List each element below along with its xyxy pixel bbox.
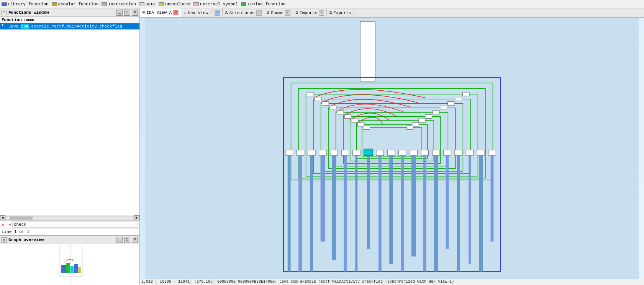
- legend-label-instruction: Instruction: [108, 2, 136, 7]
- svg-rect-2: [61, 265, 66, 273]
- svg-rect-26: [344, 115, 351, 119]
- functions-window: f Functions window _ □ × Function name f…: [0, 8, 139, 235]
- legend-label-external: External symbol: [200, 2, 238, 7]
- tab-icon-exports: ≡: [329, 10, 332, 16]
- svg-rect-4: [70, 266, 74, 273]
- svg-rect-31: [455, 97, 462, 101]
- legend-lumina-function: Lumina function: [241, 2, 285, 7]
- main-layout: f Functions window _ □ × Function name f…: [0, 8, 644, 285]
- legend-instruction: Instruction: [102, 2, 136, 7]
- function-list[interactable]: f Java_com_example_rectf_MainActivity_ch…: [0, 23, 139, 215]
- tab-ida-view-a[interactable]: ≡ IDA View-A ×: [140, 8, 181, 17]
- legend-data: Data: [139, 2, 156, 7]
- legend-external-symbol: External symbol: [193, 2, 238, 7]
- tab-label-ida: IDA View-A: [146, 10, 172, 15]
- legend-label-unexplored: Unexplored: [165, 2, 190, 7]
- svg-rect-21: [307, 92, 314, 96]
- search-input[interactable]: [12, 221, 138, 228]
- scroll-track[interactable]: [5, 216, 134, 220]
- legend-label-data: Data: [146, 2, 156, 7]
- scroll-right-btn[interactable]: ►: [134, 215, 139, 221]
- svg-rect-44: [341, 150, 349, 155]
- tab-imports[interactable]: ≡ Imports ×: [293, 8, 327, 17]
- tab-label-imports: Imports: [300, 11, 317, 15]
- horizontal-scrollbar[interactable]: ◄ ►: [0, 215, 139, 220]
- tab-bar: ≡ IDA View-A × ○ Hex View-1 × A Structur…: [140, 8, 644, 18]
- search-prev-btn[interactable]: ◄: [8, 223, 11, 227]
- legend-library-function: Library function: [2, 2, 49, 7]
- graph-overview-canvas: [0, 244, 139, 285]
- svg-rect-50: [410, 150, 418, 155]
- svg-rect-24: [329, 106, 336, 110]
- legend-color-regular: [52, 2, 57, 6]
- graph-overview-restore[interactable]: □: [124, 237, 130, 243]
- function-icon: f: [2, 24, 7, 29]
- function-row[interactable]: f Java_com_example_rectf_MainActivity_ch…: [0, 23, 139, 29]
- svg-rect-35: [425, 115, 432, 119]
- svg-rect-51: [421, 150, 429, 155]
- svg-rect-47: [376, 150, 384, 155]
- legend-unexplored: Unexplored: [159, 2, 190, 7]
- tab-close-imports[interactable]: ×: [319, 10, 324, 16]
- svg-rect-33: [440, 106, 447, 110]
- tab-close-structures[interactable]: ×: [256, 10, 262, 16]
- svg-rect-6: [78, 267, 81, 273]
- tab-label-hex: Hex View-1: [188, 11, 213, 15]
- tab-label-exports: Exports: [334, 11, 351, 15]
- legend-color-lumina: [241, 2, 246, 6]
- svg-rect-27: [351, 119, 358, 122]
- svg-rect-22: [315, 97, 321, 101]
- graph-overview-title: Graph overview: [8, 238, 115, 242]
- search-bar: ✕ ◄: [0, 220, 139, 228]
- search-close-btn[interactable]: ✕: [2, 222, 7, 228]
- svg-rect-23: [322, 102, 329, 106]
- tab-hex-view-1[interactable]: ○ Hex View-1 ×: [181, 8, 223, 17]
- legend-label-lumina: Lumina function: [247, 2, 285, 7]
- tab-close-ida[interactable]: ×: [173, 10, 179, 15]
- svg-rect-56: [477, 150, 485, 155]
- line-info: Line 1 of 1: [0, 228, 139, 235]
- svg-rect-55: [466, 150, 474, 155]
- graph-overview-minimize[interactable]: _: [116, 237, 123, 243]
- functions-window-minimize[interactable]: _: [116, 10, 123, 16]
- svg-rect-30: [462, 92, 469, 96]
- svg-rect-42: [319, 150, 327, 155]
- functions-window-restore[interactable]: □: [124, 10, 130, 16]
- tab-icon-imports: ≡: [295, 10, 298, 16]
- function-name: Java_com_example_rectf_MainActivity_chec…: [8, 24, 122, 29]
- tab-icon-hex: ○: [184, 10, 186, 16]
- svg-rect-45: [353, 150, 361, 155]
- status-bar: 2,018 ( 16336 - 11041) (379,106) 0000300…: [140, 279, 644, 285]
- tab-close-enums[interactable]: ×: [285, 10, 290, 16]
- tab-enums[interactable]: ≡ Enums ×: [264, 8, 293, 17]
- svg-rect-49: [399, 150, 406, 155]
- svg-rect-53: [444, 150, 451, 155]
- svg-rect-57: [488, 150, 496, 155]
- svg-rect-34: [433, 111, 439, 114]
- svg-rect-38: [406, 126, 413, 130]
- toolbar: Library function Regular function Instru…: [0, 0, 644, 8]
- tab-close-hex[interactable]: ×: [215, 10, 220, 16]
- legend-color-data: [139, 2, 144, 6]
- scroll-thumb: [10, 217, 33, 220]
- tab-exports[interactable]: ≡ Exports: [327, 8, 354, 17]
- left-panel: f Functions window _ □ × Function name f…: [0, 8, 140, 285]
- svg-rect-54: [455, 150, 462, 155]
- functions-window-title: Functions window: [8, 10, 115, 15]
- status-text: 2,018 ( 16336 - 11041) (379,106) 0000300…: [141, 280, 454, 284]
- scroll-left-btn[interactable]: ◄: [0, 215, 5, 221]
- functions-window-close[interactable]: ×: [132, 10, 138, 16]
- graph-view[interactable]: [140, 18, 644, 279]
- graph-overview-icon: ⊞: [2, 237, 7, 243]
- graph-svg: [140, 18, 644, 279]
- tab-structures[interactable]: A Structures ×: [223, 8, 264, 17]
- svg-rect-48: [387, 150, 395, 155]
- graph-overview-close[interactable]: ×: [132, 237, 138, 243]
- tab-icon-structures: A: [225, 10, 228, 16]
- function-name-highlight: com: [21, 24, 29, 29]
- legend-regular-function: Regular function: [52, 2, 99, 7]
- functions-column-header: Function name: [0, 17, 139, 23]
- tab-label-enums: Enums: [271, 11, 283, 15]
- svg-rect-29: [363, 126, 370, 130]
- svg-rect-39: [285, 150, 293, 155]
